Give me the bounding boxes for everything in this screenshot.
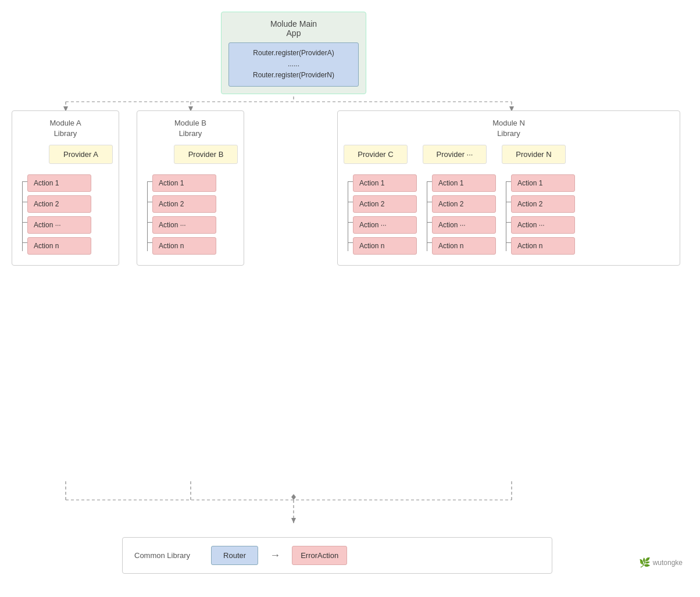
action-item: Action 2 xyxy=(152,195,216,213)
bracket-a xyxy=(18,174,27,258)
svg-marker-14 xyxy=(291,494,296,500)
provider-c-box: Provider C xyxy=(344,145,408,164)
action-item: Action 2 xyxy=(432,195,496,213)
provider-a-box: Provider A xyxy=(49,145,113,164)
common-library-box: Common Library Router → ErrorAction xyxy=(122,537,552,574)
provider-n-col: Provider N Action 1 Action 2 Action ··· … xyxy=(502,145,575,258)
watermark-text: wutongke xyxy=(653,559,683,567)
router-register-box: Router.register(ProviderA) ...... Router… xyxy=(228,42,359,87)
main-app-box: Molude Main App Router.register(Provider… xyxy=(221,12,366,94)
main-app-title: Molude Main App xyxy=(228,19,359,38)
actions-list-n: Action 1 Action 2 Action ··· Action n xyxy=(511,174,575,258)
module-b-actions: Action 1 Action 2 Action ··· Action n xyxy=(143,174,238,258)
action-item: Action ··· xyxy=(27,216,91,234)
action-item: Action n xyxy=(511,237,575,255)
bracket-c xyxy=(344,174,353,258)
bracket-b xyxy=(143,174,152,258)
actions-list-b: Action 1 Action 2 Action ··· Action n xyxy=(152,174,238,258)
actions-list-a: Action 1 Action 2 Action ··· Action n xyxy=(27,174,113,258)
action-item: Action 1 xyxy=(353,174,417,192)
action-item: Action 1 xyxy=(511,174,575,192)
router-line2: Router.register(ProviderN) xyxy=(236,70,351,81)
action-item: Action ··· xyxy=(152,216,216,234)
module-a-library: Module A Library Provider A Action 1 Act… xyxy=(12,110,119,266)
action-item: Action 2 xyxy=(511,195,575,213)
diagram-container: Molude Main App Router.register(Provider… xyxy=(0,0,700,597)
action-item: Action ··· xyxy=(432,216,496,234)
router-component: Router xyxy=(211,546,258,565)
action-item: Action 1 xyxy=(27,174,91,192)
arrow-right-icon: → xyxy=(270,549,280,562)
provider-c-col: Provider C Action 1 Action 2 Action ··· … xyxy=(344,145,417,258)
provider-n-actions: Action 1 Action 2 Action ··· Action n xyxy=(502,174,575,258)
module-n-library: Module N Library Provider C Action 1 Act… xyxy=(337,110,680,266)
actions-list-c: Action 1 Action 2 Action ··· Action n xyxy=(353,174,417,258)
provider-c-actions: Action 1 Action 2 Action ··· Action n xyxy=(344,174,417,258)
router-line1: Router.register(ProviderA) xyxy=(236,48,351,59)
action-item: Action 1 xyxy=(432,174,496,192)
module-b-library: Module B Library Provider B Action 1 Act… xyxy=(137,110,244,266)
action-item: Action n xyxy=(353,237,417,255)
provider-n-box: Provider N xyxy=(502,145,566,164)
action-item: Action 2 xyxy=(27,195,91,213)
router-dots: ...... xyxy=(236,59,351,70)
svg-marker-13 xyxy=(291,518,296,523)
watermark: 🌿 wutongke xyxy=(639,557,683,568)
module-n-title: Module N Library xyxy=(344,118,674,139)
action-item: Action ··· xyxy=(353,216,417,234)
module-a-title: Module A Library xyxy=(18,118,113,139)
common-library-title: Common Library xyxy=(134,551,190,560)
action-item: Action n xyxy=(27,237,91,255)
bracket-dots xyxy=(423,174,432,258)
action-item: Action 1 xyxy=(152,174,216,192)
provider-dots-col: Provider ··· Action 1 Action 2 Action ··… xyxy=(423,145,496,258)
action-item: Action n xyxy=(432,237,496,255)
module-a-actions: Action 1 Action 2 Action ··· Action n xyxy=(18,174,113,258)
action-item: Action 2 xyxy=(353,195,417,213)
module-b-title: Module B Library xyxy=(143,118,238,139)
bracket-n xyxy=(502,174,511,258)
module-n-providers: Provider C Action 1 Action 2 Action ··· … xyxy=(344,145,674,258)
error-action-component: ErrorAction xyxy=(292,546,347,565)
provider-b-box: Provider B xyxy=(174,145,238,164)
action-item: Action ··· xyxy=(511,216,575,234)
provider-dots-actions: Action 1 Action 2 Action ··· Action n xyxy=(423,174,496,258)
actions-list-dots: Action 1 Action 2 Action ··· Action n xyxy=(432,174,496,258)
provider-dots-box: Provider ··· xyxy=(423,145,487,164)
action-item: Action n xyxy=(152,237,216,255)
